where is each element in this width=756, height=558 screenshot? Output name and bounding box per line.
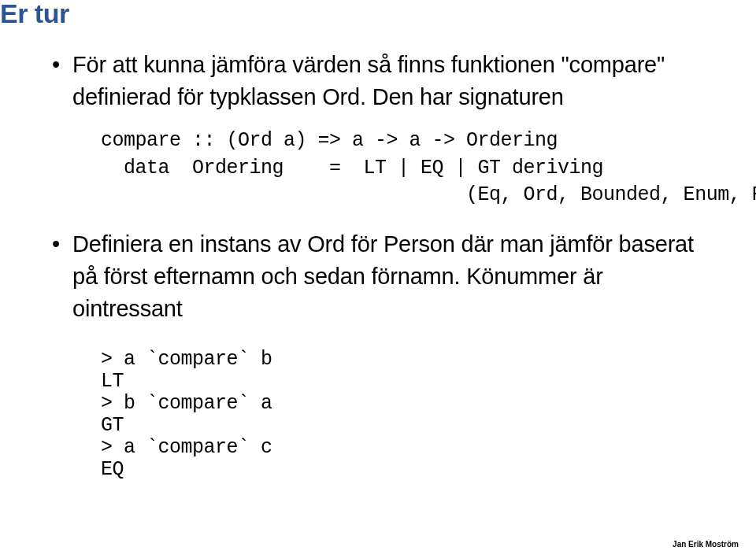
slide-body: För att kunna jämföra värden så finns fu… <box>50 49 718 492</box>
bullet-text: Definiera en instans av Ord för Person d… <box>72 231 694 321</box>
bullet-text: För att kunna jämföra värden så finns fu… <box>72 52 665 109</box>
code-block-example: > a `compare` b LT > b `compare` a GT > … <box>101 349 718 481</box>
bullet-item: Definiera en instans av Ord för Person d… <box>50 228 718 482</box>
bullet-item: För att kunna jämföra värden så finns fu… <box>50 49 718 209</box>
footer-author: Jan Erik Moström <box>673 540 739 549</box>
bullet-list: För att kunna jämföra värden så finns fu… <box>50 49 718 481</box>
slide-title: Er tur <box>0 0 69 29</box>
code-block-signature: compare :: (Ord a) => a -> a -> Ordering… <box>101 127 718 209</box>
slide: Er tur För att kunna jämföra värden så f… <box>0 0 756 558</box>
